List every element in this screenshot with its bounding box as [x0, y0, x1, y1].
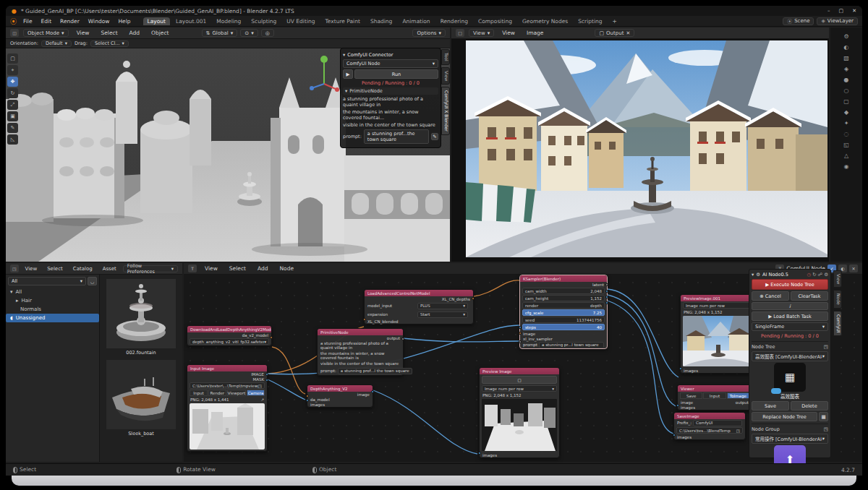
execute-node-tree-button[interactable]: ▶ Execute Node Tree: [752, 279, 828, 290]
cam-height-field[interactable]: cam_height1,152: [522, 295, 605, 301]
mode-input-button[interactable]: Input: [190, 390, 208, 396]
tool-rotate[interactable]: ↻: [7, 88, 18, 98]
menu-file[interactable]: File: [20, 17, 36, 25]
image-path-field[interactable]: C:\Users\tester\...\Temp\tmpviewport.png…: [190, 382, 265, 389]
cfg-scale-field[interactable]: cfg_scale7.25: [522, 309, 605, 316]
asset-menu-view[interactable]: View: [22, 265, 41, 272]
rows-dropdown[interactable]: Image num per row▾: [482, 385, 557, 392]
move-gizmo[interactable]: [308, 52, 340, 93]
editor-type-icon[interactable]: ◳: [10, 265, 19, 272]
close-button[interactable]: ✕: [852, 8, 856, 14]
seed-field[interactable]: seed1137441756: [522, 317, 605, 323]
world-tab-icon[interactable]: ○: [844, 87, 849, 94]
node-title[interactable]: Viewer: [678, 385, 752, 392]
image-view-dropdown[interactable]: View ▾: [469, 29, 494, 37]
workspace-tab-animation[interactable]: Animation: [398, 17, 434, 25]
sidebar-tab-comfyui[interactable]: ComfyUI X Blender: [441, 87, 450, 135]
proportional-edit-toggle[interactable]: ◎: [261, 29, 274, 37]
cancel-button[interactable]: ⊗ Cancel: [752, 291, 789, 301]
refresh-icon[interactable]: ↻: [812, 272, 816, 278]
panel-collapse-icon[interactable]: ▾: [752, 272, 754, 278]
node-title[interactable]: PreviewImage.001: [681, 295, 756, 301]
frame-mode-dropdown[interactable]: SingleFrame▾: [752, 322, 828, 331]
grid-small-icon[interactable]: ▦: [819, 412, 828, 421]
image-editor[interactable]: □ View ▾ View Image ▢ Output ✕: [451, 27, 829, 262]
primitive-subpanel-title[interactable]: PrimitiveNode: [349, 88, 383, 94]
workspace-tab-scripting[interactable]: Scripting: [574, 17, 606, 25]
node-editor[interactable]: T View Select Add Node T ComfyUI Node ✓ …: [184, 263, 862, 462]
tool-tab-icon[interactable]: ⚙: [843, 33, 848, 40]
tool-move[interactable]: ✥: [7, 77, 18, 87]
node-sidebar-tab-comfyui[interactable]: ComfyUI: [833, 311, 842, 336]
node-preview-depth[interactable]: Preview Image ▢ Image num per row▾ PNG: …: [479, 367, 560, 458]
tree-save-button[interactable]: Save: [752, 401, 789, 411]
node-tree-thumbnail[interactable]: ▦: [774, 363, 806, 392]
sidebar-tab-tool[interactable]: Tool: [441, 49, 450, 65]
info-button[interactable]: i: [752, 302, 828, 310]
asset-item-boat[interactable]: Sleek_boat: [106, 360, 176, 437]
mode-selector[interactable]: Object Mode▾: [23, 29, 69, 37]
popout-icon[interactable]: ↗: [260, 397, 264, 402]
node-title[interactable]: LoadAdvancedControlNetModel: [365, 290, 473, 296]
import-method-dropdown[interactable]: Follow Preferences ▾: [123, 265, 178, 272]
catalog-item-unassigned[interactable]: ◖Unassigned: [6, 314, 99, 322]
object-tab-icon[interactable]: ▢: [843, 98, 849, 105]
tool-tweak[interactable]: ▢: [7, 53, 18, 64]
snapshot-button[interactable]: ▢: [482, 376, 557, 384]
render-mode-field[interactable]: renderdepth: [522, 302, 605, 309]
mode-viewport-button[interactable]: Viewport: [227, 390, 246, 396]
prompt-field[interactable]: a stunning prof...the town square: [364, 129, 429, 144]
maximize-button[interactable]: ▢: [839, 8, 844, 14]
filter-icon[interactable]: ◡: [88, 277, 97, 285]
editor-type-icon[interactable]: ◫: [10, 29, 19, 37]
catalog-filter-dropdown[interactable]: All▾: [8, 277, 86, 285]
boat-thumbnail[interactable]: [106, 360, 176, 429]
asset-browser[interactable]: ◳ View Select Catalog Asset Follow Prefe…: [6, 263, 182, 462]
rows-dropdown[interactable]: Image num per row▾: [683, 302, 754, 309]
image-datablock-selector[interactable]: ▢ Output ✕: [595, 29, 634, 37]
fountain-thumbnail[interactable]: [106, 279, 176, 348]
node-title[interactable]: Input Image: [187, 365, 267, 371]
load-batch-task-button[interactable]: ▶ Load Batch Task: [752, 311, 828, 321]
node-tree-select[interactable]: 高效图表 [ComfyUI-BlenderAI-n...▾: [752, 351, 828, 361]
render-tab-icon[interactable]: ◐: [844, 44, 849, 51]
node-group-select[interactable]: 常用操作 [ComfyUI-BlenderAI-node]▾: [752, 434, 828, 444]
workspace-tab-sculpting[interactable]: Sculpting: [247, 17, 281, 25]
mode-render-button[interactable]: Render: [208, 390, 226, 396]
transform-orientation-selector[interactable]: ⇅ Global ▾: [202, 29, 238, 37]
folder-icon[interactable]: ◳: [736, 429, 740, 433]
timer-icon[interactable]: ◷: [807, 272, 811, 278]
image-menu-view[interactable]: View: [498, 29, 519, 37]
clear-task-button[interactable]: ClearTask: [791, 291, 828, 301]
node-depth-model-loader[interactable]: DownloadAndLoadDepthAnythingV2Model da_v…: [187, 325, 272, 346]
folder-icon[interactable]: ◳: [258, 384, 262, 388]
tool-scale[interactable]: ⤢: [7, 100, 18, 110]
model-dropdown[interactable]: depth_anything_v2_vitl_fp32.safetensors▾: [190, 338, 269, 345]
comfy-node-dropdown[interactable]: ComfyUI Node▾: [343, 59, 438, 68]
link-icon[interactable]: ☍: [818, 272, 823, 278]
image-menu-image[interactable]: Image: [523, 29, 548, 37]
image-canvas[interactable]: [451, 39, 829, 262]
field-value[interactable]: Start▾: [417, 311, 468, 318]
catalog-item-normals[interactable]: Normals: [6, 305, 99, 314]
node-primitive[interactable]: PrimitiveNode output a stunning professi…: [317, 328, 404, 376]
catalog-item-hair[interactable]: ▸Hair: [6, 296, 99, 305]
prompt-field[interactable]: a stunning prof...l the town square: [338, 368, 412, 374]
sidebar-tab-view[interactable]: View: [441, 67, 450, 85]
node-title[interactable]: KSampler(Blender): [520, 275, 607, 282]
node-depth-anything[interactable]: DepthAnything_V2 image da_model images: [307, 384, 373, 408]
node-preview-color[interactable]: PreviewImage.001 Image num per row▾ PNG:…: [680, 294, 757, 374]
tool-orientation-dropdown[interactable]: Default ▾: [41, 40, 72, 47]
node-viewer[interactable]: Viewer Save Input ToImage imageoutput im…: [677, 384, 752, 411]
node-controlnet-loader[interactable]: LoadAdvancedControlNetModel XL_CN_depths…: [364, 289, 474, 324]
menu-edit[interactable]: Edit: [38, 17, 56, 25]
workspace-tab-layout[interactable]: Layout: [143, 17, 171, 25]
scene-tab-icon[interactable]: ●: [844, 77, 849, 83]
blender-menu-icon[interactable]: ⦿: [10, 17, 17, 26]
field-value[interactable]: PLUS▾: [417, 303, 468, 309]
tool-drag-dropdown[interactable]: Select Cl... ▾: [90, 40, 129, 47]
material-tab-icon[interactable]: ◉: [844, 163, 849, 170]
asset-item-fountain[interactable]: 002.fountain: [106, 279, 176, 356]
folder-icon[interactable]: ◳: [824, 426, 828, 432]
node-title[interactable]: Preview Image: [480, 368, 559, 374]
